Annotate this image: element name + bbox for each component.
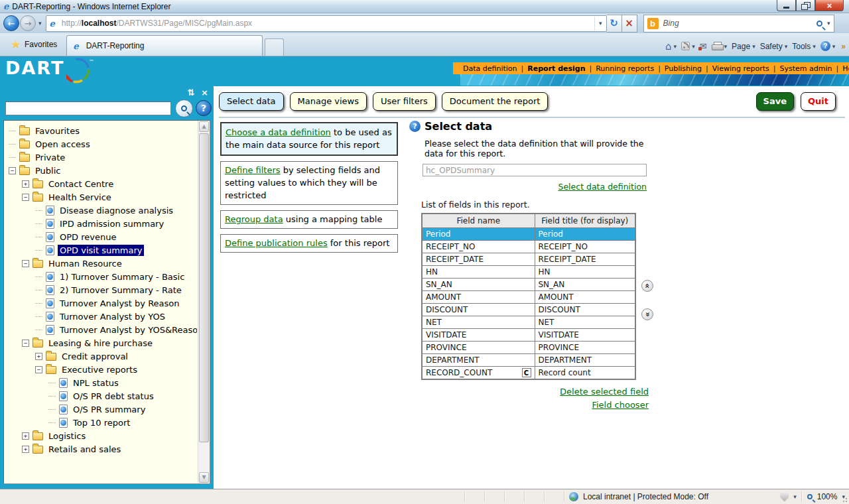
- collapse-minus-icon[interactable]: −: [22, 194, 29, 201]
- tree-item-health-service[interactable]: −Health Service: [6, 190, 197, 204]
- back-button[interactable]: ←: [3, 15, 19, 31]
- toolbar-tab-user-filters[interactable]: User filters: [373, 92, 436, 111]
- field-row-discount[interactable]: DISCOUNTDISCOUNT: [422, 304, 635, 316]
- tree-item-top-10-report[interactable]: Top 10 report: [6, 416, 197, 429]
- move-field-up-button[interactable]: «: [641, 280, 653, 292]
- collapse-minus-icon[interactable]: −: [35, 366, 42, 373]
- field-row-receipt-date[interactable]: RECEIPT_DATERECEIPT_DATE: [422, 253, 635, 266]
- field-row-net[interactable]: NETNET: [422, 316, 635, 329]
- compatibility-view-icon[interactable]: [780, 492, 789, 502]
- tree-item-turnover-analyst-by-reason[interactable]: Turnover Analyst by Reason: [6, 296, 197, 310]
- minimize-button[interactable]: [777, 0, 796, 11]
- expand-plus-icon[interactable]: +: [22, 446, 29, 453]
- field-row-hn[interactable]: HNHN: [422, 266, 635, 279]
- field-row-department[interactable]: DEPARTMENTDEPARTMENT: [422, 354, 635, 367]
- tree-item-leasing-hire-purchase[interactable]: −Leasing & hire purchase: [6, 336, 197, 349]
- tree-item-human-resource[interactable]: −Human Resource: [6, 257, 197, 270]
- expand-plus-icon[interactable]: +: [22, 432, 29, 440]
- toolbar-tab-select-data[interactable]: Select data: [219, 92, 284, 111]
- search-box[interactable]: b Bing ▾: [643, 15, 834, 32]
- new-tab-stub[interactable]: [265, 38, 284, 56]
- nav-item-help[interactable]: Help: [839, 64, 849, 73]
- tree-item-open-access[interactable]: Open access: [6, 137, 197, 151]
- step-link-choose-a-data-definition[interactable]: Choose a data definition: [226, 127, 331, 137]
- tree-item-turnover-analyst-by-yos[interactable]: Turnover Analyst by YOS: [6, 310, 197, 323]
- tree-scrollbar[interactable]: ▲ ▼: [198, 121, 210, 483]
- field-row-amount[interactable]: AMOUNTAMOUNT: [422, 291, 635, 304]
- search-dropdown[interactable]: ▾: [827, 20, 830, 27]
- tree-item-favourites[interactable]: Favourites: [6, 124, 197, 137]
- nav-item-data-definition[interactable]: Data definition: [460, 64, 521, 73]
- stop-button[interactable]: ×: [622, 15, 637, 32]
- print-button[interactable]: ▾: [712, 42, 728, 50]
- scrollbar-thumb[interactable]: [199, 133, 209, 442]
- data-definition-field[interactable]: [423, 164, 647, 176]
- save-button[interactable]: Save: [756, 92, 794, 111]
- step-link-regroup-data[interactable]: Regroup data: [225, 214, 283, 224]
- favorites-button[interactable]: Favorites: [4, 36, 64, 53]
- tree-item-public[interactable]: −Public: [6, 164, 197, 177]
- help-menu[interactable]: ?▾: [820, 41, 836, 51]
- move-field-down-button[interactable]: «: [641, 308, 653, 320]
- safety-menu[interactable]: Safety▾: [760, 42, 788, 51]
- tree-item-disease-diagnose-analysis[interactable]: Disease diagnose analysis: [6, 204, 197, 217]
- step-link-define-filters[interactable]: Define filters: [225, 165, 281, 175]
- toolbar-tab-document-the-report[interactable]: Document the report: [442, 92, 549, 111]
- collapse-minus-icon[interactable]: −: [9, 167, 16, 174]
- nav-item-report-design[interactable]: Report design: [524, 64, 588, 73]
- step-link-define-publication-rules[interactable]: Define publication rules: [225, 238, 328, 248]
- scroll-down-button[interactable]: ▼: [199, 472, 209, 483]
- expand-plus-icon[interactable]: +: [35, 353, 42, 360]
- quit-button[interactable]: Quit: [801, 92, 836, 111]
- field-row-province[interactable]: PROVINCEPROVINCE: [422, 342, 635, 354]
- tree-item-turnover-analyst-by-yos-reason[interactable]: Turnover Analyst by YOS&Reason: [6, 323, 197, 336]
- feeds-button[interactable]: ▾: [681, 42, 695, 50]
- page-menu[interactable]: Page▾: [732, 42, 755, 51]
- tree-item-logistics[interactable]: +Logistics: [6, 429, 197, 442]
- restore-button[interactable]: [796, 0, 815, 11]
- link-field-chooser[interactable]: Field chooser: [409, 399, 649, 412]
- expand-plus-icon[interactable]: +: [22, 180, 29, 188]
- close-button[interactable]: ×: [815, 0, 844, 11]
- section-help-icon[interactable]: ?: [409, 121, 421, 132]
- tree-refresh-icon[interactable]: ⇅: [187, 88, 194, 97]
- tree-search-button[interactable]: [175, 99, 193, 117]
- nav-item-viewing-reports[interactable]: Viewing reports: [709, 64, 773, 73]
- tree-item-credit-approval[interactable]: +Credit approval: [6, 349, 197, 363]
- home-button[interactable]: ⌂▾: [665, 42, 677, 51]
- field-row-visitdate[interactable]: VISITDATEVISITDATE: [422, 329, 635, 342]
- refresh-button[interactable]: ↻: [607, 15, 622, 32]
- field-row-record-count[interactable]: RECORD_COUNTCRecord count: [422, 367, 635, 380]
- resize-grip[interactable]: [842, 497, 848, 503]
- history-dropdown[interactable]: ▾: [38, 20, 42, 27]
- tree-item-npl-status[interactable]: NPL status: [6, 376, 197, 389]
- nav-item-system-admin[interactable]: System admin: [776, 64, 835, 73]
- tree-close-icon[interactable]: ×: [201, 88, 208, 97]
- collapse-minus-icon[interactable]: −: [22, 340, 29, 347]
- compat-dropdown-icon[interactable]: ▾: [793, 493, 797, 500]
- tree-item-private[interactable]: Private: [6, 151, 197, 164]
- address-field[interactable]: e http://localhost/DARTWS31/Page/MISC/pg…: [46, 15, 607, 32]
- scroll-up-button[interactable]: ▲: [199, 121, 209, 132]
- tree-item-contact-centre[interactable]: +Contact Centre: [6, 177, 197, 190]
- tree-item-o-s-pr-summary[interactable]: O/S PR summary: [6, 403, 197, 416]
- tree-item-ipd-admission-summary[interactable]: IPD admission summary: [6, 217, 197, 230]
- field-row-period[interactable]: PeriodPeriod: [422, 228, 635, 241]
- tree-item-opd-revenue[interactable]: OPD revenue: [6, 230, 197, 243]
- forward-button[interactable]: →: [20, 15, 36, 31]
- tools-menu[interactable]: Tools▾: [792, 42, 816, 51]
- address-dropdown[interactable]: ▾: [594, 17, 606, 31]
- tree-help-button[interactable]: ?: [196, 100, 212, 116]
- tree-item-2-turnover-summary-rate[interactable]: 2) Turnover Summary - Rate: [6, 283, 197, 296]
- collapse-minus-icon[interactable]: −: [22, 260, 29, 267]
- tree-item-o-s-pr-debt-status[interactable]: O/S PR debt status: [6, 389, 197, 403]
- nav-item-running-reports[interactable]: Running reports: [592, 64, 657, 73]
- select-data-definition-link[interactable]: Select data definition: [558, 182, 647, 192]
- read-mail-button[interactable]: ✉: [700, 42, 707, 50]
- tree-item-1-turnover-summary-basic[interactable]: 1) Turnover Summary - Basic: [6, 270, 197, 283]
- toolbar-tab-manage-views[interactable]: Manage views: [290, 92, 367, 111]
- more-commands-chevron[interactable]: »: [841, 42, 846, 51]
- tree-item-opd-visit-summary[interactable]: OPD visit summary: [6, 243, 197, 257]
- tree-item-executive-reports[interactable]: −Executive reports: [6, 363, 197, 376]
- search-icon[interactable]: [816, 21, 822, 27]
